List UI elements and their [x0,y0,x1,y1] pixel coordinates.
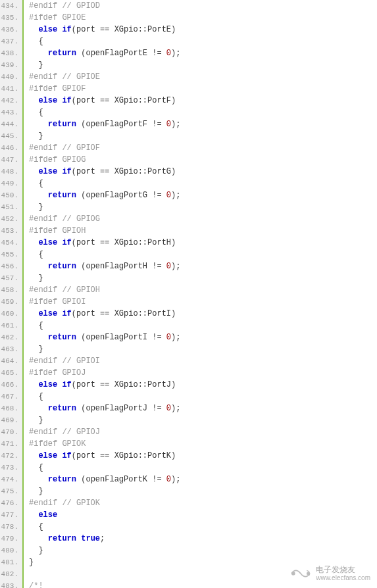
code-line: 459.#ifdef GPIOI [0,296,377,308]
code-line: 480. } [0,545,377,556]
code-text: { [24,521,377,533]
code-text: #endif // GPIOK [24,497,377,509]
code-line: 445. } [0,130,377,142]
code-line: 443. { [0,107,377,118]
code-text: { [24,249,377,260]
line-number: 470. [0,426,24,438]
line-number: 438. [0,47,24,59]
line-number: 457. [0,272,24,284]
code-text: } [24,130,377,142]
watermark-url: www.elecfans.com [316,574,370,581]
line-number: 462. [0,331,24,343]
code-text: { [24,320,377,331]
line-number: 468. [0,403,24,414]
code-line: 465.#ifdef GPIOJ [0,367,377,379]
code-line: 464.#endif // GPIOI [0,355,377,367]
code-line: 478. { [0,521,377,533]
watermark-icon [288,564,313,583]
code-line: 437. { [0,36,377,47]
line-number: 452. [0,213,24,225]
code-line: 461. { [0,320,377,331]
line-number: 477. [0,509,24,521]
line-number: 445. [0,130,24,142]
line-number: 441. [0,83,24,95]
line-number: 454. [0,237,24,249]
code-text: return (openFlagPortF != 0); [24,118,377,130]
line-number: 444. [0,118,24,130]
line-number: 447. [0,154,24,166]
code-line: 450. return (openFlagPortG != 0); [0,189,377,201]
svg-point-0 [291,572,295,576]
code-text: else if(port == XGpio::PortG) [24,166,377,178]
code-line: 467. { [0,391,377,403]
line-number: 474. [0,474,24,485]
code-text: } [24,545,377,556]
code-line: 470.#endif // GPIOJ [0,426,377,438]
code-line: 438. return (openFlagPortE != 0); [0,47,377,59]
code-line: 468. return (openFlagPortJ != 0); [0,403,377,414]
line-number: 446. [0,142,24,154]
line-number: 449. [0,178,24,189]
code-text: return (openFlagPortI != 0); [24,331,377,343]
code-line: 476.#endif // GPIOK [0,497,377,509]
code-text: } [24,272,377,284]
line-number: 435. [0,12,24,24]
code-line: 472. else if(port == XGpio::PortK) [0,450,377,462]
code-line: 479. return true; [0,533,377,545]
code-text: { [24,178,377,189]
code-text: #endif // GPIOI [24,355,377,367]
code-line: 473. { [0,462,377,474]
code-editor: 434.#endif // GPIOD435.#ifdef GPIOE436. … [0,0,377,588]
line-number: 436. [0,24,24,36]
code-line: 452.#endif // GPIOG [0,213,377,225]
line-number: 448. [0,166,24,178]
code-text: #endif // GPIOH [24,284,377,296]
line-number: 471. [0,438,24,450]
line-number: 463. [0,343,24,355]
code-line: 436. else if(port == XGpio::PortE) [0,24,377,36]
line-number: 453. [0,225,24,237]
line-number: 456. [0,260,24,272]
code-line: 477. else [0,509,377,521]
code-text: else if(port == XGpio::PortF) [24,95,377,107]
code-text: else if(port == XGpio::PortI) [24,308,377,320]
code-text: else if(port == XGpio::PortK) [24,450,377,462]
code-line: 441.#ifdef GPIOF [0,83,377,95]
code-text: #endif // GPIOD [24,0,377,12]
code-line: 446.#endif // GPIOF [0,142,377,154]
line-number: 464. [0,355,24,367]
code-line: 442. else if(port == XGpio::PortF) [0,95,377,107]
code-line: 455. { [0,249,377,260]
code-text: return (openFlagPortK != 0); [24,474,377,485]
line-number: 450. [0,189,24,201]
code-text: #endif // GPIOE [24,71,377,83]
code-line: 466. else if(port == XGpio::PortJ) [0,379,377,391]
line-number: 465. [0,367,24,379]
line-number: 473. [0,462,24,474]
code-text: else if(port == XGpio::PortE) [24,24,377,36]
code-text: return true; [24,533,377,545]
line-number: 481. [0,556,24,568]
code-line: 463. } [0,343,377,355]
code-text: } [24,343,377,355]
code-text: #ifdef GPIOG [24,154,377,166]
code-text: { [24,107,377,118]
code-text: #endif // GPIOG [24,213,377,225]
code-line: 449. { [0,178,377,189]
code-line: 453.#ifdef GPIOH [0,225,377,237]
code-text: return (openFlagPortE != 0); [24,47,377,59]
code-line: 444. return (openFlagPortF != 0); [0,118,377,130]
line-number: 458. [0,284,24,296]
code-line: 458.#endif // GPIOH [0,284,377,296]
line-number: 440. [0,71,24,83]
line-number: 478. [0,521,24,533]
line-number: 461. [0,320,24,331]
code-text: #ifdef GPIOH [24,225,377,237]
code-line: 474. return (openFlagPortK != 0); [0,474,377,485]
code-text: } [24,414,377,426]
watermark: 电子发烧友 www.elecfans.com [288,564,370,583]
code-text: #ifdef GPIOI [24,296,377,308]
code-text: return (openFlagPortH != 0); [24,260,377,272]
line-number: 472. [0,450,24,462]
code-line: 471.#ifdef GPIOK [0,438,377,450]
